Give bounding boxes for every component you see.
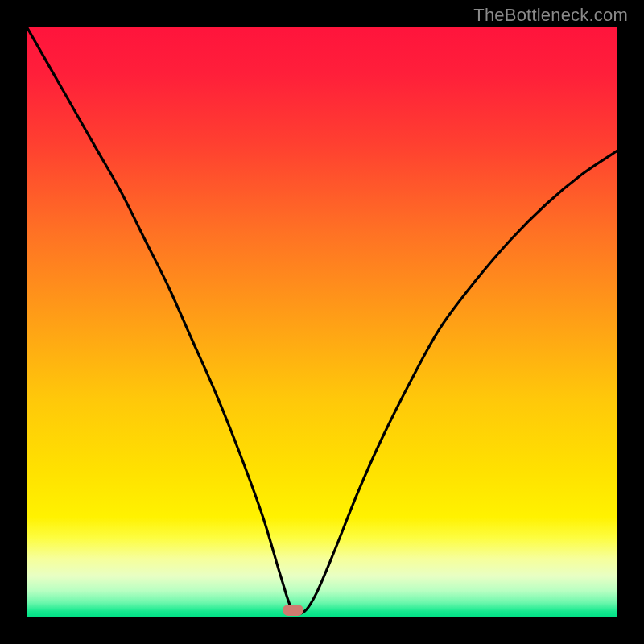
watermark-text: TheBottleneck.com <box>473 5 628 26</box>
background-gradient <box>27 27 617 617</box>
optimal-marker <box>283 605 303 616</box>
plot-area <box>27 27 617 617</box>
stage: TheBottleneck.com <box>0 0 644 644</box>
svg-rect-0 <box>27 27 617 617</box>
